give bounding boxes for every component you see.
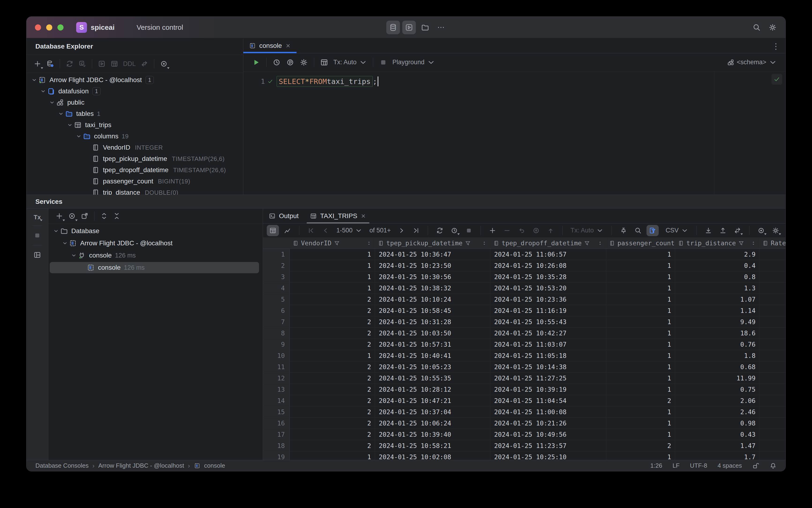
table-row[interactable]: 212024-01-25 10:23:502024-01-25 10:26:08…: [263, 260, 785, 271]
cell[interactable]: [760, 316, 785, 327]
transfer-button[interactable]: [731, 225, 743, 236]
tree-item-tables[interactable]: tables1: [27, 108, 243, 119]
page-size-dropdown[interactable]: 1-500: [334, 225, 365, 236]
reload-page-button[interactable]: [434, 225, 446, 236]
cell[interactable]: 18.6: [675, 328, 760, 339]
table-row[interactable]: 1822024-01-25 10:58:212024-01-25 11:23:5…: [263, 440, 785, 452]
find-button[interactable]: [632, 225, 644, 236]
cell[interactable]: 1: [606, 350, 675, 361]
cell[interactable]: 2.46: [675, 407, 760, 418]
tx-strip-button[interactable]: Tx: [32, 212, 43, 222]
cell[interactable]: 2: [290, 440, 375, 451]
chart-view-button[interactable]: [281, 225, 294, 236]
cell[interactable]: 0.75: [675, 384, 760, 395]
cell[interactable]: 2024-01-25 10:39:40: [375, 429, 490, 440]
table-row[interactable]: 922024-01-25 10:57:312024-01-25 11:03:07…: [263, 339, 785, 350]
table-row[interactable]: 312024-01-25 10:30:562024-01-25 10:35:28…: [263, 271, 785, 283]
total-count-label[interactable]: of 501+: [367, 225, 393, 236]
cell[interactable]: 2024-01-25 10:31:28: [375, 316, 490, 327]
cell[interactable]: 2024-01-25 10:03:50: [375, 328, 490, 339]
tree-item-passenger-count[interactable]: passenger_countBIGINT(19): [27, 176, 243, 187]
in-editor-results-button[interactable]: [317, 55, 331, 69]
table-row[interactable]: 522024-01-25 10:10:242024-01-25 10:23:36…: [263, 294, 785, 305]
cell[interactable]: 1: [606, 452, 675, 460]
history-button[interactable]: [270, 55, 283, 69]
caret-position[interactable]: 1:26: [650, 462, 662, 469]
sort-icon[interactable]: [597, 240, 603, 246]
cell[interactable]: 1: [606, 271, 675, 282]
table-row[interactable]: 1722024-01-25 10:39:402024-01-25 10:49:5…: [263, 429, 785, 440]
cell[interactable]: 0.8: [675, 271, 760, 282]
add-service-button[interactable]: [53, 210, 65, 222]
cell[interactable]: 2024-01-25 10:23:36: [490, 294, 606, 305]
layout-options-button[interactable]: [31, 249, 44, 261]
tree-item-public[interactable]: public: [27, 97, 243, 108]
tree-item-tpep-dropoff-datetime[interactable]: tpep_dropoff_datetimeTIMESTAMP(26,6): [27, 164, 243, 176]
expand-all-button[interactable]: [98, 210, 110, 222]
cell[interactable]: 2024-01-25 11:00:08: [490, 407, 606, 418]
cell[interactable]: [760, 294, 785, 305]
cell[interactable]: 2024-01-25 10:30:56: [375, 271, 490, 282]
table-row[interactable]: 112024-01-25 10:36:472024-01-25 11:06:57…: [263, 249, 785, 260]
last-page-button[interactable]: [410, 225, 422, 236]
playground-dropdown[interactable]: Playground: [390, 55, 438, 69]
line-separator[interactable]: LF: [673, 462, 680, 469]
cell[interactable]: 1: [290, 271, 375, 282]
table-view-button[interactable]: [267, 225, 279, 236]
services-tool-button[interactable]: [402, 20, 416, 34]
col-header-tpep_pickup_datetime[interactable]: tpep_pickup_datetime: [375, 238, 490, 249]
table-row[interactable]: 1522024-01-25 10:37:042024-01-25 11:00:0…: [263, 407, 785, 418]
cell[interactable]: 1: [290, 249, 375, 260]
tx-mode-dropdown[interactable]: Tx: Auto: [331, 55, 370, 69]
cell[interactable]: 2024-01-25 10:47:21: [375, 395, 490, 406]
cell[interactable]: 2024-01-25 10:55:43: [490, 316, 606, 327]
cell[interactable]: 0.76: [675, 339, 760, 350]
cell[interactable]: [760, 249, 785, 260]
view-options-button[interactable]: [65, 210, 78, 222]
cell[interactable]: 2024-01-25 11:27:25: [490, 373, 606, 384]
cell[interactable]: 2024-01-25 11:23:57: [490, 440, 606, 451]
cell[interactable]: 2024-01-25 10:36:47: [375, 249, 490, 260]
datasource-properties-button[interactable]: [44, 57, 56, 70]
tab-output[interactable]: Output: [263, 209, 304, 223]
project-widget[interactable]: S spiceai: [76, 22, 124, 33]
notifications-bell-icon[interactable]: [770, 462, 777, 469]
cell[interactable]: 1: [606, 328, 675, 339]
settings-button[interactable]: [766, 20, 779, 34]
cell[interactable]: 0.4: [675, 260, 760, 271]
execute-button[interactable]: [250, 55, 263, 69]
sql-editor[interactable]: 1 SELECT * FROM taxi_trips;: [243, 72, 785, 195]
sort-icon[interactable]: [481, 240, 487, 246]
tree-item-arrow-flight-jdbc-localhost[interactable]: Arrow Flight JDBC - @localhost: [48, 237, 263, 249]
cell[interactable]: 2024-01-25 10:25:10: [490, 452, 606, 460]
cell[interactable]: 2024-01-25 11:05:18: [490, 350, 606, 361]
filter-funnel-icon[interactable]: [584, 240, 590, 246]
cell[interactable]: 1: [290, 452, 375, 460]
cell[interactable]: 2: [290, 328, 375, 339]
cell[interactable]: [760, 305, 785, 316]
table-row[interactable]: 1122024-01-25 10:05:232024-01-25 10:14:3…: [263, 362, 785, 373]
import-button[interactable]: [702, 225, 715, 236]
execution-time-button[interactable]: [448, 225, 460, 236]
more-tool-windows-button[interactable]: [434, 20, 448, 34]
database-tool-button[interactable]: [386, 20, 400, 34]
table-row[interactable]: 622024-01-25 10:58:452024-01-25 11:16:19…: [263, 305, 785, 316]
tree-item-tpep-pickup-datetime[interactable]: tpep_pickup_datetimeTIMESTAMP(26,6): [27, 153, 243, 164]
cell[interactable]: [760, 283, 785, 294]
cell[interactable]: 1: [606, 362, 675, 373]
chevron-down-icon[interactable]: [52, 228, 60, 234]
cell[interactable]: [760, 452, 785, 460]
chevron-down-icon[interactable]: [75, 133, 83, 139]
cell[interactable]: 9.49: [675, 316, 760, 327]
breadcrumb-item[interactable]: Database Consoles: [35, 462, 89, 469]
cell[interactable]: 1: [606, 407, 675, 418]
cell[interactable]: [760, 395, 785, 406]
cell[interactable]: 2: [290, 418, 375, 429]
cell[interactable]: 1: [606, 316, 675, 327]
cell[interactable]: 2024-01-25 11:06:57: [490, 249, 606, 260]
sort-icon[interactable]: [366, 240, 372, 246]
cell[interactable]: 1: [606, 249, 675, 260]
col-header-tpep_dropoff_datetime[interactable]: tpep_dropoff_datetime: [490, 238, 606, 249]
cell[interactable]: [760, 407, 785, 418]
table-row[interactable]: 412024-01-25 10:38:322024-01-25 10:53:20…: [263, 283, 785, 294]
